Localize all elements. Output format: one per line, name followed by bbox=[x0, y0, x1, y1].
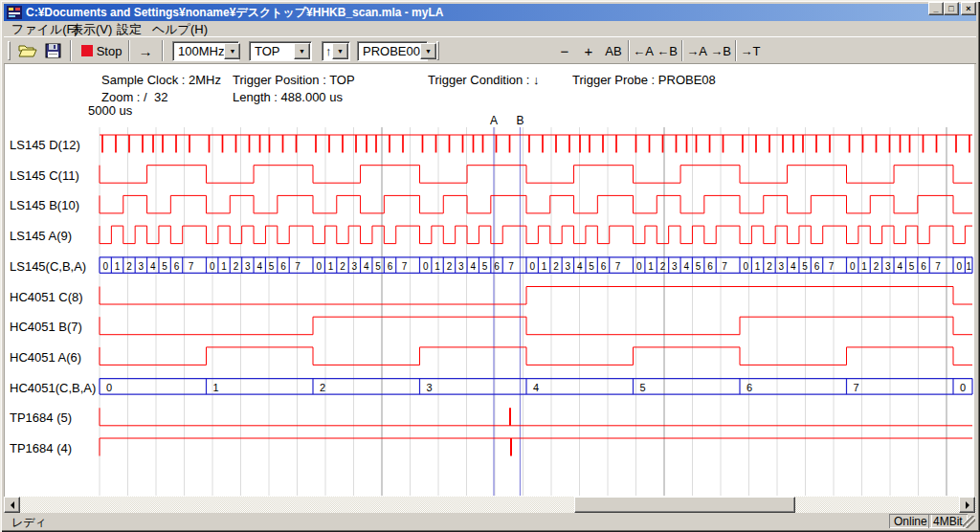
trigger-position-value: TOP bbox=[250, 44, 294, 58]
window-title: C:¥Documents and Settings¥noname¥デスクトップ¥… bbox=[26, 5, 973, 21]
goto-b-fwd-button[interactable]: →B bbox=[709, 40, 732, 61]
stop-button[interactable]: Stop bbox=[77, 40, 126, 61]
channel-label: LS145 C(11) bbox=[10, 168, 98, 183]
chevron-down-icon[interactable]: ▼ bbox=[420, 43, 436, 59]
menu-bar: ファイル(F) 表示(V) 設定 ヘルプ(H) bbox=[4, 22, 976, 36]
stop-icon bbox=[81, 45, 93, 56]
scrollbar-thumb[interactable] bbox=[574, 497, 795, 513]
run-button[interactable]: → bbox=[133, 40, 158, 61]
resize-grip[interactable] bbox=[963, 516, 975, 528]
toolbar-grip[interactable] bbox=[436, 41, 439, 60]
toolbar: Stop → 100MHz ▼ TOP ▼ ↑ ▼ PROBE00 ▼ − + … bbox=[4, 36, 976, 64]
scroll-left-button[interactable] bbox=[4, 497, 20, 513]
trigger-position-combo[interactable]: TOP ▼ bbox=[249, 41, 312, 61]
info-sample-clock: Sample Clock : 2MHz bbox=[101, 73, 221, 87]
floppy-disk-icon bbox=[45, 43, 61, 58]
status-bar: レディ Online 4MBit bbox=[4, 514, 976, 529]
chevron-down-icon[interactable]: ▼ bbox=[294, 43, 310, 59]
open-folder-icon bbox=[18, 43, 37, 58]
scroll-right-button[interactable] bbox=[959, 497, 975, 513]
info-trigger-position: Trigger Position : TOP bbox=[233, 73, 355, 87]
toolbar-separator bbox=[628, 40, 630, 61]
waveform-area[interactable] bbox=[4, 64, 974, 497]
zoom-in-button[interactable]: + bbox=[579, 40, 598, 61]
toolbar-separator bbox=[162, 40, 164, 61]
toolbar-grip[interactable] bbox=[8, 41, 11, 60]
info-zoom: Zoom : / 32 bbox=[101, 90, 167, 104]
toolbar-separator bbox=[70, 40, 72, 61]
stop-label: Stop bbox=[97, 44, 122, 58]
minimize-button[interactable]: _ bbox=[928, 2, 944, 15]
channel-label: TP1684 (4) bbox=[10, 441, 98, 455]
title-bar[interactable]: C:¥Documents and Settings¥noname¥デスクトップ¥… bbox=[4, 4, 976, 21]
open-file-button[interactable] bbox=[15, 40, 40, 61]
triangle-left-icon bbox=[11, 501, 14, 509]
zoom-out-button[interactable]: − bbox=[555, 40, 574, 61]
goto-a-fwd-button[interactable]: →A bbox=[685, 40, 708, 61]
toolbar-separator bbox=[735, 40, 737, 61]
channel-label: LS145 B(10) bbox=[10, 198, 98, 212]
horizontal-scrollbar[interactable] bbox=[4, 497, 976, 513]
sample-clock-combo[interactable]: 100MHz ▼ bbox=[172, 41, 239, 61]
maximize-button[interactable]: □ bbox=[944, 2, 959, 15]
time-scale-label: 5000 us bbox=[88, 103, 132, 118]
menu-view[interactable]: 表示(V) bbox=[67, 22, 116, 36]
menu-help[interactable]: ヘルプ(H) bbox=[148, 22, 212, 36]
chevron-down-icon[interactable]: ▼ bbox=[332, 43, 348, 59]
channel-label: LS145 A(9) bbox=[10, 229, 98, 243]
close-button[interactable]: × bbox=[961, 2, 976, 15]
channel-label: HC4051 B(7) bbox=[10, 320, 98, 334]
status-ready: レディ bbox=[11, 515, 47, 531]
trigger-probe-value: PROBE00 bbox=[358, 44, 420, 58]
info-trigger-probe: Trigger Probe : PROBE08 bbox=[572, 73, 716, 87]
chevron-down-icon[interactable]: ▼ bbox=[224, 43, 240, 59]
trigger-edge-combo[interactable]: ↑ ▼ bbox=[322, 41, 350, 61]
app-window: C:¥Documents and Settings¥noname¥デスクトップ¥… bbox=[0, 0, 980, 532]
channel-label: LS145(C,B,A) bbox=[10, 259, 98, 274]
sample-clock-value: 100MHz bbox=[173, 44, 224, 58]
save-button[interactable] bbox=[40, 40, 65, 61]
goto-trigger-button[interactable]: →T bbox=[739, 40, 762, 61]
channel-label: HC4051(C,B,A) bbox=[10, 381, 98, 395]
goto-a-back-button[interactable]: ←A bbox=[632, 40, 655, 61]
app-icon bbox=[7, 6, 22, 19]
channel-label: HC4051 A(6) bbox=[10, 350, 98, 365]
info-length: Length : 488.000 us bbox=[233, 90, 343, 104]
trigger-probe-combo[interactable]: PROBE00 ▼ bbox=[357, 41, 428, 61]
channel-label: LS145 D(12) bbox=[10, 138, 98, 152]
ab-markers-button[interactable]: AB bbox=[601, 40, 626, 61]
triangle-right-icon bbox=[966, 501, 969, 509]
channel-label: TP1684 (5) bbox=[10, 410, 98, 425]
trigger-edge-value: ↑ bbox=[323, 44, 332, 58]
channel-label: HC4051 C(8) bbox=[10, 290, 98, 304]
status-memory-badge: 4MBit bbox=[928, 514, 968, 528]
status-online-badge: Online bbox=[889, 514, 932, 528]
menu-settings[interactable]: 設定 bbox=[113, 22, 145, 36]
info-trigger-condition: Trigger Condition : ↓ bbox=[428, 73, 540, 87]
toolbar-separator bbox=[128, 40, 130, 61]
toolbar-separator bbox=[681, 40, 683, 61]
goto-b-back-button[interactable]: ←B bbox=[656, 40, 679, 61]
